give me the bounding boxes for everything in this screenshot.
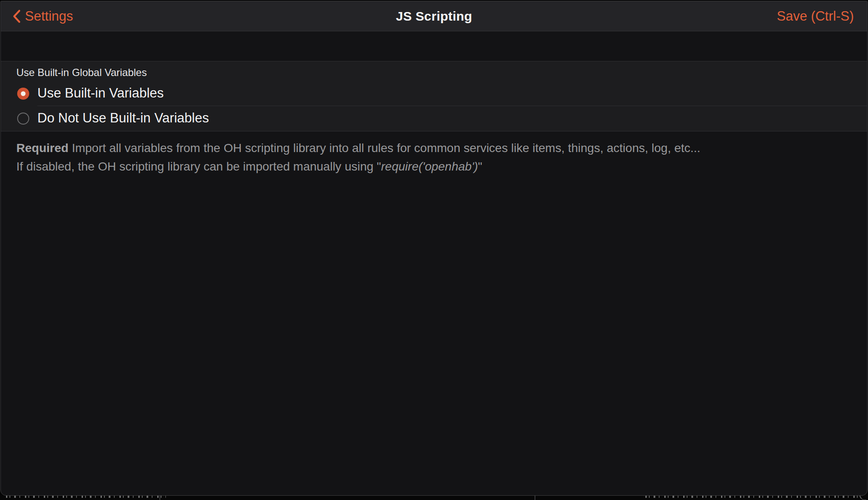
chevron-left-icon [12,9,21,23]
radio-selected-icon [17,88,29,100]
setting-group-label: Use Built-in Global Variables [1,61,867,81]
radio-unselected-icon [17,113,29,125]
built-in-variables-setting-group: Use Built-in Global Variables Use Built-… [1,61,867,131]
clipped-background-text-right [645,496,859,498]
radio-option-label: Do Not Use Built-in Variables [37,111,209,125]
description-line-2-prefix: If disabled, the OH scripting library ca… [16,160,381,173]
clipped-background-text-left [6,496,166,498]
description-line-2-suffix: " [478,160,482,173]
description-line-2: If disabled, the OH scripting library ca… [16,157,841,176]
js-scripting-settings-panel: Settings JS Scripting Save (Ctrl-S) Use … [0,1,868,496]
setting-description: Required Import all variables from the O… [1,131,867,176]
require-openhab-code: require('openhab') [381,160,478,173]
page-title: JS Scripting [396,9,472,24]
navbar: Settings JS Scripting Save (Ctrl-S) [1,1,867,31]
back-to-settings-button[interactable]: Settings [1,9,73,23]
required-badge-text: Required [16,141,68,155]
radio-option-use-built-in-variables[interactable]: Use Built-in Variables [1,81,867,106]
radio-option-do-not-use-built-in-variables[interactable]: Do Not Use Built-in Variables [1,106,867,131]
back-button-label: Settings [25,9,73,23]
top-spacer [1,31,867,61]
save-button[interactable]: Save (Ctrl-S) [777,9,867,23]
description-line-1: Required Import all variables from the O… [16,139,841,157]
radio-option-label: Use Built-in Variables [37,86,164,101]
description-line-1-text: Import all variables from the OH scripti… [68,141,700,155]
